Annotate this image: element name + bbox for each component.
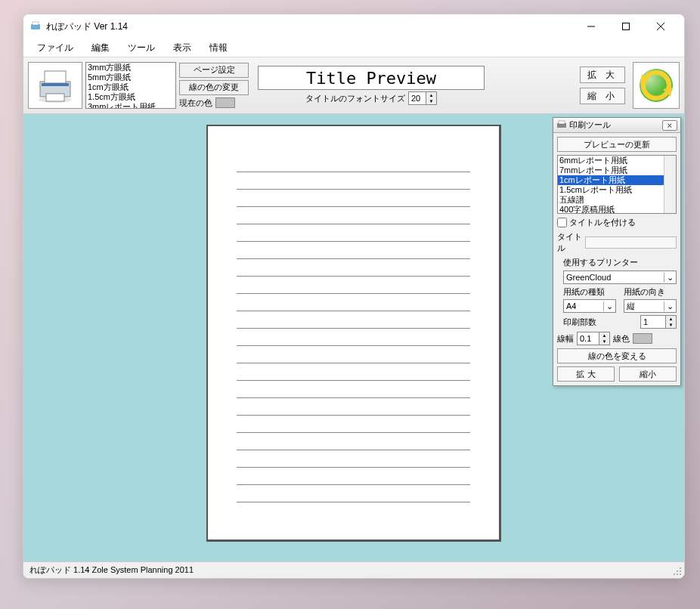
- menubar: ファイル 編集 ツール 表示 情報: [23, 39, 684, 57]
- spinner-down-button[interactable]: ▼: [666, 322, 676, 328]
- toolbar-zoom-buttons: 拡 大 縮 小: [580, 66, 625, 104]
- paper-type-value: A4: [564, 301, 603, 311]
- print-tool-zoom-buttons: 拡 大 縮小: [557, 366, 677, 382]
- resize-grip-icon[interactable]: [672, 566, 683, 577]
- ruled-lines: [237, 155, 470, 533]
- print-tool-panel: 印刷ツール ⤫ プレビューの更新 6mmレポート用紙 7mmレポート用紙 1cm…: [553, 117, 681, 386]
- print-tool-close-button[interactable]: ⤫: [662, 120, 677, 131]
- titlebar: れぽパッド Ver 1.14: [23, 14, 684, 39]
- line-settings-row: 線幅 0.1 ▲ ▼ 線色: [557, 332, 677, 345]
- add-title-checkbox[interactable]: [557, 218, 567, 227]
- toolbar: 3mm方眼紙 5mm方眼紙 1cm方眼紙 1.5cm方眼紙 3mmレポート用紙 …: [23, 57, 684, 114]
- print-tool-titlebar[interactable]: 印刷ツール ⤫: [553, 118, 680, 133]
- title-input[interactable]: [585, 236, 677, 249]
- print-tool-body: プレビューの更新 6mmレポート用紙 7mmレポート用紙 1cmレポート用紙 1…: [553, 133, 680, 385]
- line-color-label: 線色: [613, 333, 630, 345]
- list-item[interactable]: 五線譜: [558, 195, 676, 205]
- refresh-icon[interactable]: [633, 62, 680, 109]
- svg-rect-9: [42, 83, 69, 86]
- copies-label: 印刷部数: [563, 317, 596, 328]
- paper-type-combo[interactable]: A4 ⌄: [563, 299, 616, 313]
- list-item[interactable]: 5mm方眼紙: [86, 73, 175, 82]
- paper-orient-value: 縦: [624, 301, 664, 312]
- svg-point-21: [677, 573, 678, 575]
- spinner-down-button[interactable]: ▼: [426, 98, 436, 104]
- chevron-down-icon[interactable]: ⌄: [603, 301, 615, 311]
- paper-orient-combo[interactable]: 縦 ⌄: [624, 299, 677, 313]
- spinner-up-button[interactable]: ▲: [666, 316, 676, 322]
- title-fontsize-label: タイトルのフォントサイズ: [305, 93, 405, 104]
- zoom-out-button[interactable]: 縮 小: [580, 88, 625, 104]
- app-window: れぽパッド Ver 1.14 ファイル 編集 ツール 表示 情報 3mm方眼紙 …: [23, 14, 685, 579]
- menu-view[interactable]: 表示: [166, 39, 199, 57]
- list-item[interactable]: 1cmレポート用紙: [558, 175, 676, 185]
- svg-point-17: [680, 567, 681, 569]
- change-line-color-button[interactable]: 線の色を変える: [557, 348, 677, 363]
- status-text: れぽパッド 1.14 Zole System Planning 2011: [29, 564, 194, 576]
- title-preview-area: Title Preview タイトルのフォントサイズ 20 ▲ ▼: [258, 66, 485, 105]
- printer-value: GreenCloud: [564, 273, 664, 282]
- refresh-preview-button[interactable]: プレビューの更新: [557, 137, 677, 152]
- add-title-row: タイトルを付ける: [557, 217, 677, 228]
- close-button[interactable]: [643, 15, 678, 38]
- print-tool-paper-list[interactable]: 6mmレポート用紙 7mmレポート用紙 1cmレポート用紙 1.5cmレポート用…: [557, 155, 677, 214]
- scrollbar[interactable]: [664, 156, 676, 213]
- zoom-in-button[interactable]: 拡 大: [580, 66, 625, 83]
- chevron-down-icon[interactable]: ⌄: [664, 301, 676, 311]
- title-fontsize-value[interactable]: 20: [409, 92, 426, 104]
- list-item[interactable]: 400字原稿用紙: [558, 205, 676, 214]
- page-preview: [206, 125, 501, 542]
- list-item[interactable]: 3mmレポート用紙: [86, 102, 175, 109]
- spinner-up-button[interactable]: ▲: [426, 92, 436, 98]
- current-color-label: 現在の色: [179, 97, 212, 109]
- add-title-label: タイトルを付ける: [569, 217, 636, 228]
- svg-point-18: [677, 570, 678, 572]
- current-color-swatch[interactable]: [215, 97, 235, 108]
- title-field-label: タイトル: [557, 231, 582, 254]
- printer-section: 使用するプリンター GreenCloud ⌄ 用紙の種類 A4 ⌄: [563, 257, 677, 329]
- title-preview-text: Title Preview: [306, 69, 436, 88]
- pt-zoom-out-button[interactable]: 縮小: [619, 366, 677, 382]
- copies-spinner[interactable]: 1 ▲ ▼: [640, 315, 677, 329]
- list-item[interactable]: 7mmレポート用紙: [558, 165, 676, 175]
- svg-rect-7: [45, 71, 66, 83]
- list-item[interactable]: 6mmレポート用紙: [558, 156, 676, 165]
- copies-value[interactable]: 1: [641, 316, 665, 328]
- menu-info[interactable]: 情報: [202, 39, 235, 57]
- svg-rect-10: [46, 94, 64, 101]
- svg-point-22: [680, 573, 681, 575]
- printer-small-icon: [556, 120, 567, 131]
- app-title: れぽパッド Ver 1.14: [46, 20, 574, 33]
- line-width-value[interactable]: 0.1: [578, 332, 599, 345]
- list-item[interactable]: 3mm方眼紙: [86, 63, 175, 73]
- spinner-down-button[interactable]: ▼: [599, 339, 609, 345]
- line-color-swatch[interactable]: [633, 333, 652, 344]
- spinner-up-button[interactable]: ▲: [599, 332, 609, 339]
- chevron-down-icon[interactable]: ⌄: [664, 273, 676, 283]
- page-setup-button[interactable]: ページ設定: [179, 63, 249, 78]
- menu-file[interactable]: ファイル: [29, 39, 81, 57]
- line-width-spinner[interactable]: 0.1 ▲ ▼: [577, 332, 610, 345]
- svg-rect-16: [559, 121, 565, 124]
- title-fontsize-row: タイトルのフォントサイズ 20 ▲ ▼: [305, 91, 437, 105]
- content-area: 印刷ツール ⤫ プレビューの更新 6mmレポート用紙 7mmレポート用紙 1cm…: [23, 114, 684, 561]
- title-fontsize-spinner[interactable]: 20 ▲ ▼: [408, 91, 437, 105]
- app-icon: [29, 20, 42, 32]
- printer-combo[interactable]: GreenCloud ⌄: [563, 270, 677, 284]
- statusbar: れぽパッド 1.14 Zole System Planning 2011: [23, 561, 684, 578]
- printer-icon[interactable]: [28, 62, 82, 109]
- pt-zoom-in-button[interactable]: 拡 大: [557, 366, 615, 382]
- maximize-button[interactable]: [609, 15, 643, 38]
- list-item[interactable]: 1.5cm方眼紙: [86, 92, 175, 102]
- paper-type-list[interactable]: 3mm方眼紙 5mm方眼紙 1cm方眼紙 1.5cm方眼紙 3mmレポート用紙 …: [85, 62, 176, 109]
- paper-orient-label: 用紙の向き: [624, 286, 677, 298]
- paper-type-label: 用紙の種類: [563, 286, 616, 298]
- menu-edit[interactable]: 編集: [84, 39, 117, 57]
- line-color-change-button[interactable]: 線の色の変更: [179, 80, 249, 95]
- svg-point-20: [674, 573, 675, 575]
- toolbar-middle-buttons: ページ設定 線の色の変更 現在の色: [179, 63, 249, 109]
- menu-tool[interactable]: ツール: [120, 39, 163, 57]
- list-item[interactable]: 1cm方眼紙: [86, 82, 175, 92]
- list-item[interactable]: 1.5cmレポート用紙: [558, 185, 676, 195]
- minimize-button[interactable]: [574, 15, 609, 38]
